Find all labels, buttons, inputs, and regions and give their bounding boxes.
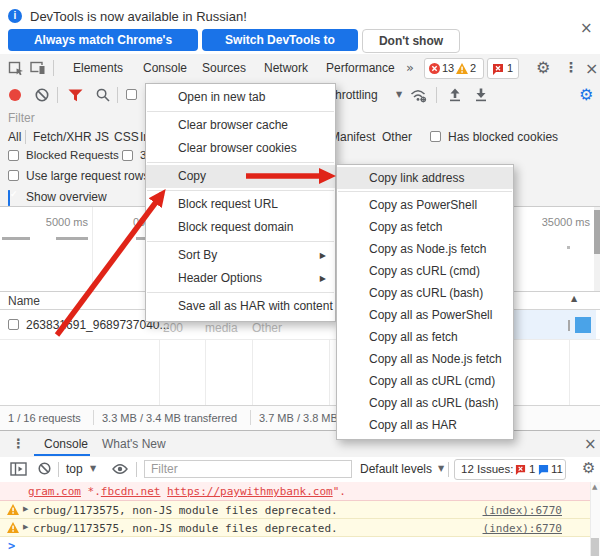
context-menu: Open in new tab Clear browser cache Clea… xyxy=(145,83,336,322)
export-har-icon[interactable] xyxy=(474,88,488,105)
errors-warnings-badge[interactable]: 13 2 xyxy=(424,58,484,79)
console-error-text: *. xyxy=(81,485,101,498)
record-icon[interactable] xyxy=(9,89,21,101)
console-link[interactable]: https://paywithmybank.com xyxy=(167,485,333,498)
console-scrollbar-thumb[interactable] xyxy=(591,538,599,556)
issues-counter[interactable]: 12 Issues: 1 11 xyxy=(454,459,566,480)
network-filter-input[interactable]: Filter xyxy=(8,111,35,125)
filter-funnel-icon[interactable] xyxy=(68,89,83,105)
expand-triangle-icon[interactable]: ▶ xyxy=(23,523,28,531)
network-settings-gear-icon[interactable]: ⚙ xyxy=(579,85,593,104)
context-selector[interactable]: top xyxy=(66,462,83,476)
has-blocked-cookies-checkbox[interactable] xyxy=(430,131,441,142)
chevron-down-icon[interactable]: ▼ xyxy=(90,464,96,473)
issues-label: 12 Issues: xyxy=(461,463,513,475)
overview-scrollbar-thumb[interactable] xyxy=(594,210,600,254)
request-checkbox[interactable] xyxy=(8,319,19,330)
type-filter-all[interactable]: All xyxy=(8,130,21,144)
submenu-item-copy-all-as-powershell[interactable]: Copy all as PowerShell xyxy=(337,304,513,326)
close-devtools-icon[interactable]: × xyxy=(585,59,598,78)
source-link[interactable]: (index):6770 xyxy=(483,504,562,517)
kebab-menu-icon[interactable]: ⋮ xyxy=(564,59,578,75)
warning-triangle-icon xyxy=(7,522,19,536)
console-warning-message[interactable]: ▶ crbug/1173575, non-JS module files dep… xyxy=(0,519,600,537)
request-status: 200 xyxy=(163,321,183,335)
infobar-close-icon[interactable]: × xyxy=(580,19,593,37)
search-icon[interactable] xyxy=(96,88,110,105)
drawer-close-icon[interactable]: × xyxy=(584,435,597,453)
menu-item-block-request-url[interactable]: Block request URL xyxy=(146,193,335,216)
submenu-item-copy-as-curl-bash[interactable]: Copy as cURL (bash) xyxy=(337,282,513,304)
type-filter-manifest[interactable]: Manifest xyxy=(330,130,375,144)
switch-to-russian-button[interactable]: Switch DevTools to Russian xyxy=(202,29,358,51)
tab-elements[interactable]: Elements xyxy=(73,54,123,82)
menu-item-copy[interactable]: Copy▶ xyxy=(146,165,335,188)
submenu-item-copy-all-as-har[interactable]: Copy all as HAR xyxy=(337,414,513,436)
console-link[interactable]: fbcdn.net xyxy=(101,485,161,498)
preserve-log-checkbox[interactable] xyxy=(126,89,137,100)
tab-sources[interactable]: Sources xyxy=(202,54,246,82)
scrollbar-up-icon[interactable]: ▲ xyxy=(592,483,597,491)
submenu-item-copy-all-as-curl-cmd[interactable]: Copy all as cURL (cmd) xyxy=(337,370,513,392)
submenu-item-copy-all-as-fetch[interactable]: Copy all as fetch xyxy=(337,326,513,348)
submenu-item-copy-as-powershell[interactable]: Copy as PowerShell xyxy=(337,194,513,216)
more-tabs-icon[interactable]: » xyxy=(406,60,414,75)
always-match-language-button[interactable]: Always match Chrome's language xyxy=(8,29,198,51)
menu-item-save-har[interactable]: Save all as HAR with content xyxy=(146,295,335,318)
chevron-down-icon[interactable]: ▼ xyxy=(396,90,402,99)
infobar-message: DevTools is now available in Russian! xyxy=(30,9,247,24)
menu-item-header-options[interactable]: Header Options▶ xyxy=(146,267,335,290)
submenu-item-copy-all-as-nodejs-fetch[interactable]: Copy all as Node.js fetch xyxy=(337,348,513,370)
submenu-item-copy-as-nodejs-fetch[interactable]: Copy as Node.js fetch xyxy=(337,238,513,260)
drawer-tab-console[interactable]: Console xyxy=(44,437,88,451)
blocked-requests-checkbox[interactable] xyxy=(8,150,19,161)
third-party-checkbox[interactable] xyxy=(122,150,133,161)
drawer-kebab-icon[interactable]: ⋮ xyxy=(12,436,25,451)
issue-breaking-icon xyxy=(515,464,526,478)
menu-item-clear-browser-cache[interactable]: Clear browser cache xyxy=(146,114,335,137)
column-divider xyxy=(159,340,160,405)
tab-console[interactable]: Console xyxy=(143,54,187,82)
type-filter-other[interactable]: Other xyxy=(382,130,412,144)
chevron-down-icon[interactable]: ▼ xyxy=(438,464,444,473)
type-filter-css[interactable]: CSS xyxy=(114,130,139,144)
use-large-rows-checkbox[interactable] xyxy=(8,170,19,181)
menu-item-open-in-new-tab[interactable]: Open in new tab xyxy=(146,86,335,109)
inspect-element-icon[interactable] xyxy=(8,60,24,79)
expand-triangle-icon[interactable]: ▶ xyxy=(23,505,28,513)
settings-gear-icon[interactable]: ⚙ xyxy=(536,58,550,77)
show-overview-checkbox[interactable] xyxy=(8,190,10,206)
console-warning-message[interactable]: ▶ crbug/1173575, non-JS module files dep… xyxy=(0,501,600,519)
drawer-tab-whats-new[interactable]: What's New xyxy=(102,437,166,451)
issues-badge[interactable]: 1 xyxy=(487,58,519,79)
dont-show-again-button[interactable]: Don't show again xyxy=(362,29,460,53)
submenu-item-copy-link-address[interactable]: Copy link address xyxy=(337,167,513,189)
timeline-gridline xyxy=(92,207,93,291)
tab-performance[interactable]: Performance xyxy=(326,54,395,82)
clear-console-icon[interactable] xyxy=(38,462,51,478)
console-sidebar-toggle-icon[interactable] xyxy=(10,462,27,479)
log-levels-select[interactable]: Default levels xyxy=(360,462,432,476)
tab-network[interactable]: Network xyxy=(264,54,308,82)
live-expression-eye-icon[interactable] xyxy=(112,463,128,478)
console-error-message: gram.com *.fbcdn.net https://paywithmyba… xyxy=(0,482,600,501)
submenu-item-copy-as-fetch[interactable]: Copy as fetch xyxy=(337,216,513,238)
clear-network-icon[interactable] xyxy=(35,88,49,105)
console-prompt-row[interactable]: > xyxy=(0,537,600,556)
name-column-header[interactable]: Name xyxy=(8,294,40,308)
network-conditions-icon[interactable] xyxy=(410,88,427,106)
import-har-icon[interactable] xyxy=(448,88,462,105)
menu-item-clear-browser-cookies[interactable]: Clear browser cookies xyxy=(146,137,335,160)
submenu-item-copy-as-curl-cmd[interactable]: Copy as cURL (cmd) xyxy=(337,260,513,282)
type-filter-js[interactable]: JS xyxy=(95,130,109,144)
type-filter-fetch-xhr[interactable]: Fetch/XHR xyxy=(33,130,92,144)
summary-requests: 1 / 16 requests xyxy=(8,412,81,424)
menu-item-sort-by[interactable]: Sort By▶ xyxy=(146,244,335,267)
submenu-item-copy-all-as-curl-bash[interactable]: Copy all as cURL (bash) xyxy=(337,392,513,414)
device-toolbar-icon[interactable] xyxy=(30,61,46,78)
console-link[interactable]: gram.com xyxy=(28,485,81,498)
console-filter-input[interactable]: Filter xyxy=(144,460,352,478)
menu-item-block-request-domain[interactable]: Block request domain xyxy=(146,216,335,239)
console-settings-gear-icon[interactable]: ⚙ xyxy=(582,459,595,477)
source-link[interactable]: (index):6770 xyxy=(483,522,562,535)
